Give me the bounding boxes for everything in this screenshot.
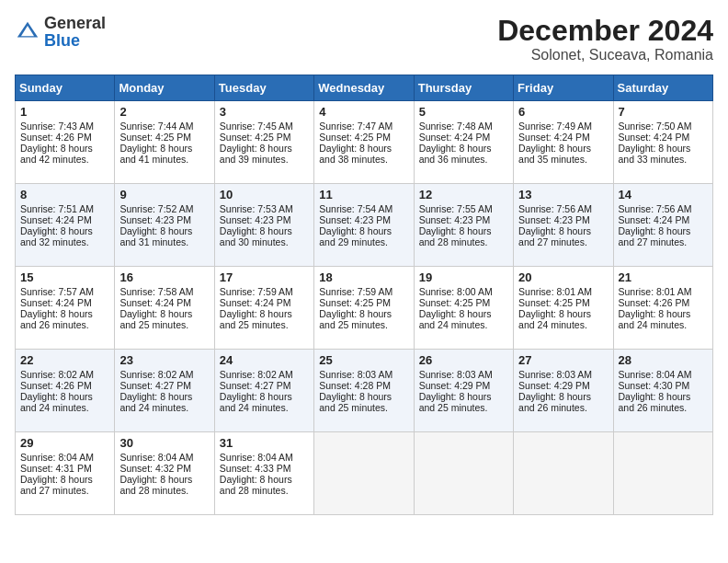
calendar-cell: 19Sunrise: 8:00 AMSunset: 4:25 PMDayligh… <box>414 267 513 350</box>
col-saturday: Saturday <box>613 75 712 101</box>
daylight-text: Daylight: 8 hours and 27 minutes. <box>518 225 591 247</box>
calendar-cell: 28Sunrise: 8:04 AMSunset: 4:30 PMDayligh… <box>613 350 712 432</box>
daylight-text: Daylight: 8 hours and 24 minutes. <box>20 391 93 413</box>
page-header: General Blue December 2024 Solonet, Suce… <box>15 15 713 63</box>
sunrise-text: Sunrise: 7:53 AM <box>220 203 293 214</box>
sunrise-text: Sunrise: 8:02 AM <box>220 369 293 380</box>
sunset-text: Sunset: 4:25 PM <box>119 132 191 143</box>
sunrise-text: Sunrise: 8:03 AM <box>518 369 592 380</box>
daylight-text: Daylight: 8 hours and 33 minutes. <box>619 143 691 165</box>
day-number: 2 <box>119 105 209 119</box>
calendar-cell <box>414 432 513 515</box>
sunset-text: Sunset: 4:32 PM <box>119 463 191 474</box>
calendar-cell: 21Sunrise: 8:01 AMSunset: 4:26 PMDayligh… <box>613 267 712 350</box>
sunset-text: Sunset: 4:23 PM <box>119 214 191 225</box>
sunset-text: Sunset: 4:23 PM <box>518 214 590 225</box>
daylight-text: Daylight: 8 hours and 24 minutes. <box>518 308 591 330</box>
daylight-text: Daylight: 8 hours and 24 minutes. <box>619 308 691 330</box>
calendar-cell: 23Sunrise: 8:02 AMSunset: 4:27 PMDayligh… <box>115 350 214 432</box>
sunset-text: Sunset: 4:24 PM <box>220 297 291 308</box>
day-number: 13 <box>518 188 608 201</box>
calendar-cell: 22Sunrise: 8:02 AMSunset: 4:26 PMDayligh… <box>16 350 115 432</box>
calendar-cell: 13Sunrise: 7:56 AMSunset: 4:23 PMDayligh… <box>514 184 613 267</box>
sunrise-text: Sunrise: 7:52 AM <box>119 203 193 214</box>
daylight-text: Daylight: 8 hours and 32 minutes. <box>20 225 93 247</box>
daylight-text: Daylight: 8 hours and 28 minutes. <box>220 474 292 496</box>
day-number: 3 <box>220 105 309 119</box>
sunrise-text: Sunrise: 7:50 AM <box>619 121 692 132</box>
day-number: 17 <box>220 270 309 284</box>
day-number: 11 <box>319 188 408 201</box>
sunrise-text: Sunrise: 7:55 AM <box>419 203 493 214</box>
day-number: 9 <box>119 188 209 201</box>
day-number: 31 <box>220 436 309 450</box>
daylight-text: Daylight: 8 hours and 25 minutes. <box>220 308 292 330</box>
sunset-text: Sunset: 4:24 PM <box>619 132 690 143</box>
sunset-text: Sunset: 4:23 PM <box>419 214 491 225</box>
day-number: 26 <box>419 353 508 367</box>
calendar-cell: 12Sunrise: 7:55 AMSunset: 4:23 PMDayligh… <box>414 184 513 267</box>
sunrise-text: Sunrise: 7:56 AM <box>619 203 692 214</box>
sunrise-text: Sunrise: 8:02 AM <box>119 369 193 380</box>
sunrise-text: Sunrise: 7:47 AM <box>319 121 392 132</box>
sunset-text: Sunset: 4:29 PM <box>419 380 491 391</box>
sunset-text: Sunset: 4:25 PM <box>518 297 590 308</box>
day-number: 15 <box>20 270 109 284</box>
day-number: 8 <box>20 188 109 201</box>
location-subtitle: Solonet, Suceava, Romania <box>497 47 713 63</box>
col-sunday: Sunday <box>16 75 115 101</box>
sunrise-text: Sunrise: 7:43 AM <box>20 121 94 132</box>
sunset-text: Sunset: 4:26 PM <box>20 380 92 391</box>
calendar-cell: 26Sunrise: 8:03 AMSunset: 4:29 PMDayligh… <box>414 350 513 432</box>
daylight-text: Daylight: 8 hours and 29 minutes. <box>319 225 392 247</box>
sunset-text: Sunset: 4:23 PM <box>319 214 391 225</box>
day-number: 18 <box>319 270 408 284</box>
sunset-text: Sunset: 4:25 PM <box>419 297 491 308</box>
calendar-cell: 10Sunrise: 7:53 AMSunset: 4:23 PMDayligh… <box>214 184 313 267</box>
sunset-text: Sunset: 4:24 PM <box>20 297 92 308</box>
sunset-text: Sunset: 4:25 PM <box>319 297 391 308</box>
calendar-cell <box>314 432 414 515</box>
logo-general-text: General <box>44 14 106 32</box>
logo-icon <box>15 19 40 45</box>
daylight-text: Daylight: 8 hours and 38 minutes. <box>319 143 392 165</box>
calendar-cell <box>514 432 613 515</box>
daylight-text: Daylight: 8 hours and 39 minutes. <box>220 143 292 165</box>
day-number: 23 <box>119 353 209 367</box>
day-number: 19 <box>419 270 508 284</box>
sunrise-text: Sunrise: 7:45 AM <box>220 121 293 132</box>
daylight-text: Daylight: 8 hours and 28 minutes. <box>119 474 192 496</box>
calendar-cell: 16Sunrise: 7:58 AMSunset: 4:24 PMDayligh… <box>115 267 214 350</box>
sunrise-text: Sunrise: 7:49 AM <box>518 121 592 132</box>
calendar-week-row: 15Sunrise: 7:57 AMSunset: 4:24 PMDayligh… <box>16 267 713 350</box>
sunset-text: Sunset: 4:27 PM <box>220 380 291 391</box>
daylight-text: Daylight: 8 hours and 24 minutes. <box>220 391 292 413</box>
day-number: 29 <box>20 436 109 450</box>
calendar-cell: 30Sunrise: 8:04 AMSunset: 4:32 PMDayligh… <box>115 432 214 515</box>
calendar-cell: 4Sunrise: 7:47 AMSunset: 4:25 PMDaylight… <box>314 101 414 184</box>
sunset-text: Sunset: 4:24 PM <box>419 132 491 143</box>
daylight-text: Daylight: 8 hours and 27 minutes. <box>619 225 691 247</box>
sunrise-text: Sunrise: 8:03 AM <box>419 369 493 380</box>
sunrise-text: Sunrise: 7:44 AM <box>119 121 193 132</box>
day-number: 4 <box>319 105 408 119</box>
day-number: 21 <box>619 270 708 284</box>
title-area: December 2024 Solonet, Suceava, Romania <box>497 15 713 63</box>
day-number: 20 <box>518 270 608 284</box>
daylight-text: Daylight: 8 hours and 24 minutes. <box>419 308 492 330</box>
sunset-text: Sunset: 4:23 PM <box>220 214 291 225</box>
sunset-text: Sunset: 4:24 PM <box>619 214 690 225</box>
calendar-cell: 17Sunrise: 7:59 AMSunset: 4:24 PMDayligh… <box>214 267 313 350</box>
day-number: 6 <box>518 105 608 119</box>
calendar-cell: 18Sunrise: 7:59 AMSunset: 4:25 PMDayligh… <box>314 267 414 350</box>
day-number: 12 <box>419 188 508 201</box>
calendar-cell: 20Sunrise: 8:01 AMSunset: 4:25 PMDayligh… <box>514 267 613 350</box>
sunrise-text: Sunrise: 7:56 AM <box>518 203 592 214</box>
calendar-cell: 15Sunrise: 7:57 AMSunset: 4:24 PMDayligh… <box>16 267 115 350</box>
sunrise-text: Sunrise: 7:59 AM <box>220 286 293 297</box>
sunrise-text: Sunrise: 7:58 AM <box>119 286 193 297</box>
sunset-text: Sunset: 4:26 PM <box>20 132 92 143</box>
sunrise-text: Sunrise: 8:00 AM <box>419 286 493 297</box>
col-tuesday: Tuesday <box>214 75 313 101</box>
sunset-text: Sunset: 4:26 PM <box>619 297 690 308</box>
